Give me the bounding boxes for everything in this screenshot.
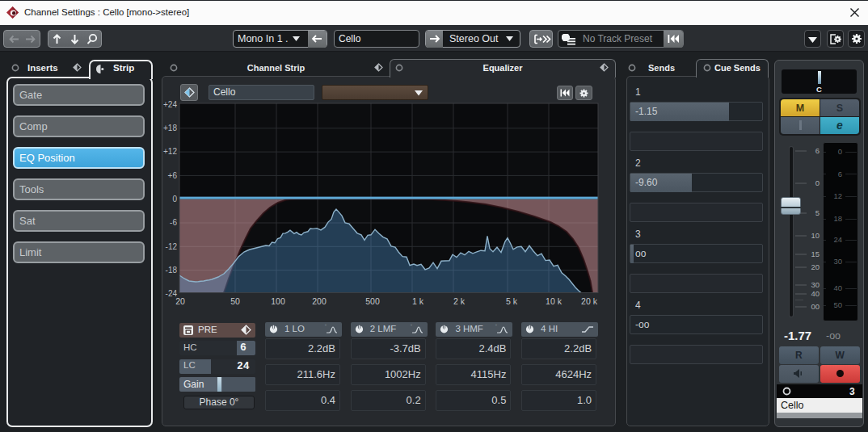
- svg-text:10 k: 10 k: [546, 296, 563, 306]
- svg-text:-18: -18: [166, 266, 178, 275]
- svg-text:+6: +6: [168, 171, 178, 180]
- svg-text:-12: -12: [166, 242, 178, 251]
- svg-text:-6: -6: [170, 218, 177, 227]
- svg-text:“: “: [495, 324, 497, 329]
- svg-text:“: “: [325, 324, 327, 329]
- svg-text:20 k: 20 k: [581, 296, 598, 306]
- svg-text:2 k: 2 k: [453, 296, 466, 306]
- svg-text:+18: +18: [163, 124, 177, 132]
- svg-text:+12: +12: [163, 147, 177, 156]
- svg-text:50: 50: [230, 296, 240, 306]
- svg-text:100: 100: [271, 296, 285, 306]
- svg-text:+24: +24: [163, 100, 177, 109]
- svg-text:200: 200: [312, 296, 327, 306]
- svg-text:“: “: [411, 324, 412, 329]
- svg-text:5 k: 5 k: [506, 296, 518, 306]
- svg-text:500: 500: [365, 296, 380, 306]
- svg-text:20: 20: [175, 296, 185, 306]
- svg-text:0: 0: [172, 195, 177, 203]
- svg-text:1 k: 1 k: [412, 296, 424, 306]
